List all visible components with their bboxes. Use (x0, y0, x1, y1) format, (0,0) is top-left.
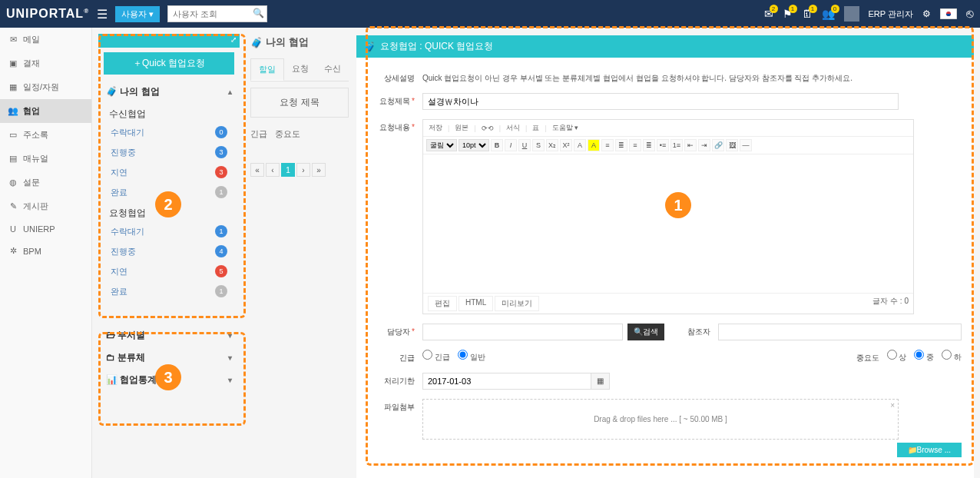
group-icon[interactable]: 👥0 (822, 8, 835, 20)
pager-last[interactable]: » (312, 163, 326, 177)
nav-item-주소록[interactable]: ▭주소록 (0, 123, 91, 147)
flag-kr-icon[interactable] (940, 8, 957, 19)
logo: UNIPORTAL® (6, 7, 89, 21)
nav-item-BPM[interactable]: ✲BPM (0, 240, 91, 262)
marker-1: 1 (665, 192, 691, 218)
tab-receive[interactable]: 수신 (316, 58, 349, 81)
pager-prev[interactable]: ‹ (266, 163, 280, 177)
mid-tabs: 할일 요청 수신 (250, 58, 349, 81)
logout-icon[interactable]: ⎋ (966, 7, 974, 21)
nav-icon: ▦ (8, 82, 18, 92)
pager-1[interactable]: 1 (281, 163, 295, 177)
nav-icon: ✎ (8, 201, 18, 211)
nav-item-설문[interactable]: ◍설문 (0, 171, 91, 194)
nav-icon: U (8, 224, 18, 234)
search-icon[interactable]: 🔍 (253, 8, 264, 18)
nav-item-결재[interactable]: ▣결재 (0, 51, 91, 75)
main-nav: ✉메일▣결재▦일정/자원👥협업▭주소록▤매뉴얼◍설문✎게시판UUNIERP✲BP… (0, 28, 92, 478)
gear-icon[interactable]: ⚙ (922, 8, 931, 19)
marker-2: 2 (155, 191, 181, 217)
mid-column: 🧳 나의 협업 할일 요청 수신 요청 제목 긴급 중요도 « ‹ 1 › » (246, 28, 353, 478)
filter-urgent[interactable]: 긴급 (250, 128, 267, 140)
menu-toggle-icon[interactable]: ☰ (97, 7, 108, 22)
mid-title: 🧳 나의 협업 (250, 35, 349, 49)
highlight-box-2 (98, 34, 246, 318)
tab-request[interactable]: 요청 (284, 58, 316, 81)
calendar-icon[interactable]: 🗓1 (802, 8, 813, 20)
pager: « ‹ 1 › » (250, 163, 349, 177)
list-header: 요청 제목 (250, 88, 349, 118)
nav-icon: ▤ (8, 154, 18, 164)
avatar[interactable] (844, 6, 859, 22)
marker-3: 3 (155, 364, 181, 390)
nav-item-일정/자원[interactable]: ▦일정/자원 (0, 75, 91, 99)
pager-first[interactable]: « (250, 163, 264, 177)
nav-item-UNIERP[interactable]: UUNIERP (0, 218, 91, 240)
nav-item-매뉴얼[interactable]: ▤매뉴얼 (0, 147, 91, 171)
nav-icon: ◍ (8, 178, 18, 188)
user-dropdown[interactable]: 사용자 ▾ (115, 6, 160, 22)
nav-icon: 👥 (8, 106, 18, 116)
nav-icon: ▭ (8, 130, 18, 140)
highlight-box-1 (366, 26, 974, 466)
tab-todo[interactable]: 할일 (250, 58, 284, 81)
nav-icon: ▣ (8, 58, 18, 68)
nav-icon: ✲ (8, 246, 18, 256)
topbar: UNIPORTAL® ☰ 사용자 ▾ 🔍 ✉2 ⚑1 🗓1 👥0 ERP 관리자… (0, 0, 980, 28)
filter-priority[interactable]: 중요도 (275, 128, 300, 140)
nav-item-협업[interactable]: 👥협업 (0, 99, 91, 123)
nav-item-메일[interactable]: ✉메일 (0, 28, 91, 51)
mail-icon[interactable]: ✉2 (764, 8, 773, 20)
alert-icon[interactable]: ⚑1 (783, 8, 793, 20)
user-name: ERP 관리자 (869, 8, 913, 20)
pager-next[interactable]: › (296, 163, 310, 177)
nav-item-게시판[interactable]: ✎게시판 (0, 194, 91, 218)
nav-icon: ✉ (8, 35, 18, 45)
